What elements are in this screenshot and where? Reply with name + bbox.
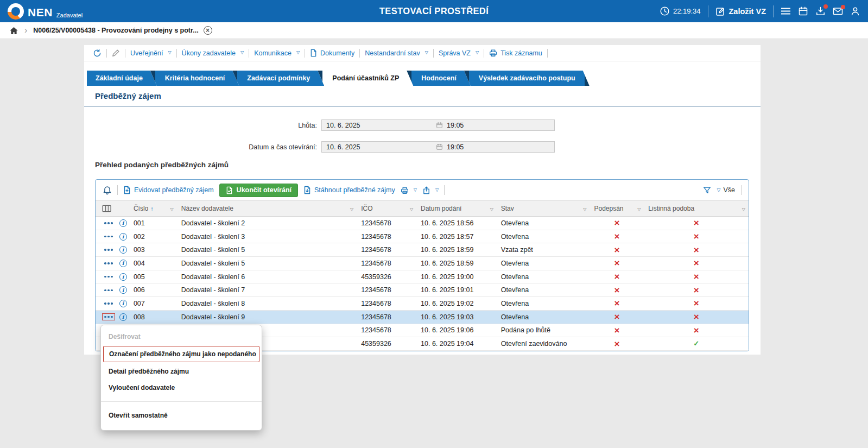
row-actions-menu-button[interactable] bbox=[102, 273, 115, 281]
context-menu-item[interactable]: Dešifrovat bbox=[101, 329, 262, 345]
cell-listinna-podoba bbox=[644, 258, 749, 268]
column-filter-caret-icon[interactable] bbox=[583, 205, 586, 212]
column-header-cislo[interactable]: Číslo bbox=[129, 201, 177, 216]
cell-datum-podani: 10. 6. 2025 19:03 bbox=[416, 313, 497, 321]
row-info-icon[interactable] bbox=[119, 233, 127, 241]
notifications-button[interactable] bbox=[103, 186, 112, 195]
row-info-icon[interactable] bbox=[119, 246, 127, 254]
tab-vysledek-zadavaciho-postupu[interactable]: Výsledek zadávacího postupu bbox=[464, 71, 590, 86]
column-header-podepsan[interactable]: Podepsán bbox=[590, 201, 644, 216]
download-preliminary-interests-button[interactable]: Stáhnout předběžné zájmy bbox=[303, 186, 395, 194]
toolbar-item-tisk-zaznamu[interactable]: Tisk záznamu bbox=[489, 49, 542, 57]
otevirani-time-value[interactable]: 19:05 bbox=[443, 143, 554, 151]
column-filter-caret-icon[interactable] bbox=[170, 205, 174, 212]
print-menu-button[interactable] bbox=[401, 186, 417, 194]
row-info-icon[interactable] bbox=[119, 300, 127, 307]
table-row[interactable]: 006 Dodavatel - školení 7 12345678 10. 6… bbox=[96, 283, 749, 297]
calendar-icon[interactable] bbox=[436, 122, 443, 129]
edit-button[interactable] bbox=[112, 49, 120, 57]
row-actions-menu-button[interactable] bbox=[102, 246, 115, 254]
row-info-icon[interactable] bbox=[119, 313, 127, 321]
column-header-ico[interactable]: IČO bbox=[357, 201, 416, 216]
listinna-podoba-mark bbox=[694, 299, 699, 308]
close-record-icon[interactable] bbox=[204, 26, 212, 35]
toolbar-item-dokumenty[interactable]: Dokumenty bbox=[310, 49, 354, 57]
toolbar-item-ukony-zadavatele[interactable]: Úkony zadavatele bbox=[182, 49, 244, 57]
row-actions-menu-button[interactable] bbox=[102, 313, 115, 321]
record-tabs: Základní údaje Kritéria hodnocení Zadáva… bbox=[87, 71, 583, 86]
brand[interactable]: NEN Zadavatel bbox=[8, 3, 124, 20]
column-header-listinna-podoba[interactable]: Listinná podoba bbox=[644, 201, 749, 216]
context-menu-item[interactable]: Detail předběžného zájmu bbox=[101, 363, 262, 380]
tab-zadavaci-podminky[interactable]: Zadávací podmínky bbox=[232, 71, 324, 86]
row-actions-menu-button[interactable] bbox=[102, 260, 115, 267]
table-row[interactable]: 008 Dodavatel - školení 9 12345678 10. 6… bbox=[96, 311, 749, 324]
filter-button[interactable] bbox=[703, 186, 711, 194]
context-menu-item[interactable]: Otevřít samostatně bbox=[101, 407, 262, 424]
main-menu-button[interactable] bbox=[781, 7, 791, 16]
cell-ico: 12345678 bbox=[357, 313, 416, 321]
profile-button[interactable] bbox=[850, 6, 860, 16]
column-header-nazev-dodavatele[interactable]: Název dodavatele bbox=[177, 201, 357, 216]
table-row[interactable]: 001 Dodavatel - školení 2 12345678 10. 6… bbox=[96, 217, 749, 230]
table-row[interactable]: 003 Dodavatel - školení 5 12345678 10. 6… bbox=[96, 243, 749, 257]
table-row[interactable]: 004 Dodavatel - školení 5 12345678 10. 6… bbox=[96, 257, 749, 270]
finish-opening-button[interactable]: Ukončit otevírání bbox=[219, 184, 298, 197]
context-menu-item[interactable]: Vyloučení dodavatele bbox=[101, 380, 262, 396]
row-actions-menu-button[interactable] bbox=[102, 219, 115, 227]
table-row[interactable]: 005 Dodavatel - školení 6 45359326 10. 6… bbox=[96, 270, 749, 284]
cell-podepsan bbox=[590, 286, 644, 295]
column-chooser-header[interactable] bbox=[96, 201, 129, 216]
otevirani-date-value[interactable]: 10. 6. 2025 bbox=[322, 143, 436, 151]
column-filter-caret-icon[interactable] bbox=[637, 205, 641, 212]
cell-listinna-podoba bbox=[644, 232, 749, 241]
column-header-stav[interactable]: Stav bbox=[497, 201, 590, 216]
column-filter-caret-icon[interactable] bbox=[350, 205, 353, 212]
toolbar-item-komunikace[interactable]: Komunikace bbox=[254, 49, 300, 57]
tab-podani-ucastniku-zp[interactable]: Podání účastníků ZP bbox=[318, 71, 413, 86]
row-info-icon[interactable] bbox=[119, 286, 127, 294]
toolbar-item-uverejneni[interactable]: Uveřejnění bbox=[130, 49, 172, 57]
history-button[interactable] bbox=[93, 49, 102, 58]
calendar-icon[interactable] bbox=[436, 143, 443, 150]
column-filter-caret-icon[interactable] bbox=[742, 205, 745, 212]
filter-view-selector[interactable]: Vše bbox=[717, 186, 735, 194]
lhuta-field[interactable]: 10. 6. 2025 19:05 bbox=[321, 119, 555, 131]
create-vz-button[interactable]: Založit VZ bbox=[715, 7, 766, 16]
context-menu-item[interactable]: Označení předběžného zájmu jako nepodané… bbox=[103, 346, 259, 362]
messages-button[interactable] bbox=[833, 7, 843, 16]
lhuta-date-value[interactable]: 10. 6. 2025 bbox=[322, 122, 436, 129]
download-notification-badge bbox=[823, 4, 828, 9]
toolbar-item-sprava-vz[interactable]: Správa VZ bbox=[439, 49, 479, 57]
tab-hodnoceni[interactable]: Hodnocení bbox=[407, 71, 471, 86]
tab-kriteria-hodnoceni[interactable]: Kritéria hodnocení bbox=[150, 71, 239, 86]
toolbar-separator bbox=[547, 49, 548, 58]
calendar-button[interactable] bbox=[798, 6, 808, 16]
row-actions-menu-button[interactable] bbox=[102, 233, 115, 241]
row-info-icon[interactable] bbox=[119, 260, 127, 267]
toolbar-item-nestandardni-stav[interactable]: Nestandardní stav bbox=[365, 49, 428, 57]
record-preliminary-interest-button[interactable]: Evidovat předběžný zájem bbox=[123, 186, 214, 194]
column-filter-caret-icon[interactable] bbox=[490, 205, 493, 212]
cell-listinna-podoba bbox=[644, 286, 749, 295]
otevirani-field[interactable]: 10. 6. 2025 19:05 bbox=[321, 141, 555, 153]
table-row[interactable]: 007 Dodavatel - školení 8 12345678 10. 6… bbox=[96, 297, 749, 311]
row-actions-menu-button[interactable] bbox=[102, 287, 115, 294]
toolbar-separator bbox=[106, 49, 107, 58]
table-row[interactable]: 002 Dodavatel - školení 3 12345678 10. 6… bbox=[96, 230, 749, 244]
column-filter-caret-icon[interactable] bbox=[410, 205, 413, 212]
row-info-icon[interactable] bbox=[119, 219, 127, 227]
lhuta-time-value[interactable]: 19:05 bbox=[443, 122, 554, 129]
row-actions-menu-button[interactable] bbox=[102, 300, 115, 307]
context-menu-items: DešifrovatOznačení předběžného zájmu jak… bbox=[101, 329, 262, 424]
tab-zakladni-udaje[interactable]: Základní údaje bbox=[87, 71, 157, 86]
export-menu-button[interactable] bbox=[422, 186, 439, 194]
open-record-tab[interactable]: N006/25/V00005438 - Provozování prodejny… bbox=[33, 26, 212, 35]
column-header-datum-podani[interactable]: Datum podání bbox=[416, 201, 497, 216]
home-button[interactable] bbox=[9, 27, 18, 35]
cell-nazev-dodavatele: Dodavatel - školení 5 bbox=[177, 246, 357, 254]
filter-view-label: Vše bbox=[723, 186, 735, 194]
open-record-tab-label: N006/25/V00005438 - Provozování prodejny… bbox=[33, 27, 198, 34]
row-info-icon[interactable] bbox=[119, 273, 127, 281]
downloads-button[interactable] bbox=[815, 6, 826, 16]
